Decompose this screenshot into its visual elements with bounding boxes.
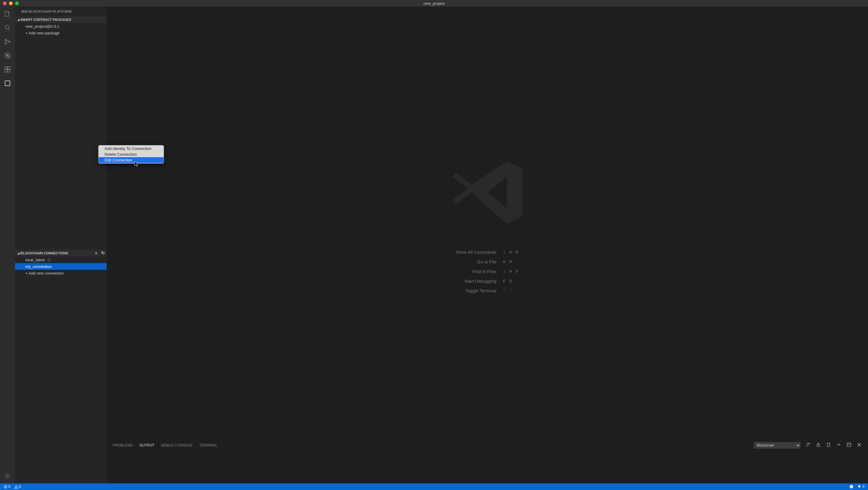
shortcut-label: Toggle Terminal xyxy=(456,288,496,293)
shortcut-key: F 5 xyxy=(503,279,519,284)
refresh-icon[interactable]: ↻ xyxy=(101,251,105,256)
tree-item-label: local_fabric xyxy=(25,258,45,262)
debug-icon[interactable] xyxy=(3,51,12,60)
window-title: new_project xyxy=(424,1,444,6)
maximize-panel-icon[interactable] xyxy=(846,442,852,449)
section-header-label: SMART CONTRACT PACKAGES xyxy=(21,18,71,22)
close-window-button[interactable] xyxy=(3,1,7,5)
smiley-icon xyxy=(849,485,854,489)
svg-point-15 xyxy=(849,485,853,489)
notifications-button[interactable]: 3 xyxy=(856,485,866,489)
sidebar-title: IBM BLOCKCHAIN PLATFORM xyxy=(15,7,107,16)
tree-item-label: + Add new connection xyxy=(25,271,64,276)
shortcut-label: Start Debugging xyxy=(456,279,496,284)
shortcut-label: Find in Files xyxy=(456,269,496,274)
chevron-down-icon: ◢ xyxy=(18,252,20,255)
section-header-label: BLOCKCHAIN CONNECTIONS xyxy=(21,251,68,255)
panel-tab-terminal[interactable]: TERMINAL xyxy=(199,443,218,448)
svg-point-17 xyxy=(852,486,852,487)
lock-scroll-icon[interactable] xyxy=(815,442,821,449)
connections-tree: local_fabric my_connection + Add new con… xyxy=(15,256,107,483)
output-channel-select[interactable]: Blockchain xyxy=(754,442,801,449)
feedback-icon[interactable] xyxy=(848,485,855,489)
tree-item-label: + Add new package xyxy=(25,31,60,35)
open-log-file-icon[interactable] xyxy=(826,442,831,449)
shortcut-key: ⌃ ` xyxy=(503,288,519,293)
blockchain-platform-icon[interactable] xyxy=(3,79,12,87)
window-controls xyxy=(0,1,19,5)
add-package-item[interactable]: + Add new package xyxy=(15,30,107,36)
bottom-panel: PROBLEMS OUTPUT DEBUG CONSOLE TERMINAL B… xyxy=(107,440,868,483)
settings-gear-icon[interactable] xyxy=(3,472,12,480)
output-content[interactable] xyxy=(107,451,868,483)
svg-point-16 xyxy=(850,486,851,487)
titlebar: new_project xyxy=(0,0,868,7)
statusbar: 0 0 3 xyxy=(0,483,868,490)
vscode-watermark-icon xyxy=(448,153,527,232)
add-connection-icon[interactable]: ＋ xyxy=(94,251,98,256)
ctx-delete-connection[interactable]: Delete Connection xyxy=(98,151,164,157)
packages-tree: new_project@0.0.1 + Add new package xyxy=(15,23,107,250)
shortcut-key: ⌘ P xyxy=(503,259,519,264)
tree-item-label: my_connection xyxy=(25,264,52,269)
svg-rect-12 xyxy=(817,444,820,446)
section-header-connections[interactable]: ◢ BLOCKCHAIN CONNECTIONS ＋ ↻ xyxy=(15,250,107,256)
warning-icon xyxy=(14,485,18,489)
shortcut-label: Show All Commands xyxy=(456,250,496,255)
bell-icon xyxy=(857,485,861,489)
maximize-window-button[interactable] xyxy=(15,1,19,5)
svg-point-3 xyxy=(9,41,10,42)
svg-rect-8 xyxy=(5,70,7,72)
minimize-window-button[interactable] xyxy=(9,1,13,5)
source-control-icon[interactable] xyxy=(3,37,12,46)
svg-point-2 xyxy=(5,43,7,45)
svg-point-11 xyxy=(7,475,8,477)
search-icon[interactable] xyxy=(3,24,12,32)
svg-rect-6 xyxy=(5,67,7,69)
shortcut-key: ⇧ ⌘ P xyxy=(503,250,519,255)
ctx-edit-connection[interactable]: Edit Connection xyxy=(98,157,164,163)
svg-point-5 xyxy=(6,54,9,57)
svg-point-1 xyxy=(5,39,7,41)
context-menu: Add Identity To Connection Delete Connec… xyxy=(98,145,164,164)
add-connection-item[interactable]: + Add new connection xyxy=(15,270,107,277)
svg-rect-9 xyxy=(8,70,10,72)
welcome-screen: Show All Commands ⇧ ⌘ P Go to File ⌘ P F… xyxy=(107,7,868,440)
sidebar: IBM BLOCKCHAIN PLATFORM ◢ SMART CONTRACT… xyxy=(15,7,107,483)
close-panel-icon[interactable] xyxy=(857,442,862,449)
tree-item-my-connection[interactable]: my_connection xyxy=(15,263,107,270)
shortcut-label: Go to File xyxy=(456,259,496,264)
status-indicator-icon xyxy=(48,259,50,261)
clear-output-icon[interactable] xyxy=(805,442,811,449)
shortcut-key: ⇧ ⌘ F xyxy=(503,269,519,274)
tree-item-label: new_project@0.0.1 xyxy=(25,24,59,29)
svg-rect-10 xyxy=(5,81,10,86)
tree-item-local-fabric[interactable]: local_fabric xyxy=(15,256,107,263)
panel-tab-debug-console[interactable]: DEBUG CONSOLE xyxy=(161,443,193,448)
section-header-packages[interactable]: ◢ SMART CONTRACT PACKAGES xyxy=(15,16,107,23)
chevron-down-icon: ◢ xyxy=(18,18,20,21)
svg-rect-7 xyxy=(8,67,10,69)
svg-rect-13 xyxy=(847,443,851,446)
panel-tab-output[interactable]: OUTPUT xyxy=(140,443,154,448)
error-icon xyxy=(4,485,7,489)
errors-count[interactable]: 0 xyxy=(2,485,12,489)
tree-item[interactable]: new_project@0.0.1 xyxy=(15,23,107,30)
editor-area: Show All Commands ⇧ ⌘ P Go to File ⌘ P F… xyxy=(107,7,868,483)
activity-bar xyxy=(0,7,15,483)
keyboard-shortcuts-list: Show All Commands ⇧ ⌘ P Go to File ⌘ P F… xyxy=(456,250,519,293)
explorer-icon[interactable] xyxy=(3,10,12,18)
panel-tabs: PROBLEMS OUTPUT DEBUG CONSOLE TERMINAL B… xyxy=(107,440,868,451)
extensions-icon[interactable] xyxy=(3,65,12,74)
collapse-panel-icon[interactable] xyxy=(836,442,841,449)
warnings-count[interactable]: 0 xyxy=(13,485,22,489)
svg-point-0 xyxy=(5,25,9,29)
ctx-add-identity[interactable]: Add Identity To Connection xyxy=(98,146,164,151)
panel-tab-problems[interactable]: PROBLEMS xyxy=(113,443,133,448)
